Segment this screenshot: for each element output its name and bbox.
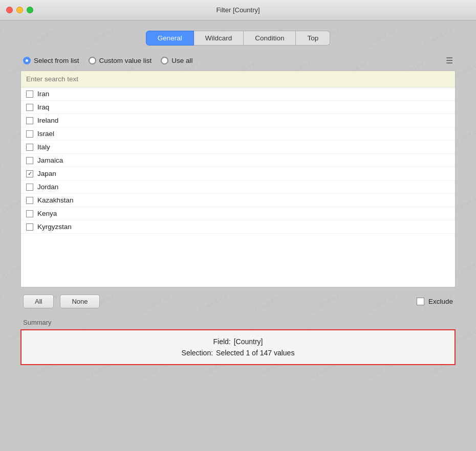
- list-item-label: Japan: [37, 170, 56, 177]
- list-item-label: Italy: [37, 143, 50, 151]
- exclude-checkbox[interactable]: [417, 298, 424, 305]
- window-title: Filter [Country]: [216, 6, 259, 14]
- country-list-box: IranIraqIrelandIsraelItalyJamaica✓JapanJ…: [20, 71, 456, 287]
- list-item-checkbox[interactable]: [26, 197, 33, 204]
- list-item-label: Kyrgyzstan: [37, 223, 72, 231]
- list-item-label: Iraq: [37, 103, 49, 111]
- search-input[interactable]: [21, 71, 455, 87]
- action-button-row: All None Exclude: [20, 295, 456, 308]
- list-item[interactable]: ✓Japan: [21, 167, 455, 181]
- list-item-checkbox[interactable]: [26, 223, 33, 231]
- list-item-checkbox[interactable]: [26, 157, 33, 164]
- list-item-checkbox[interactable]: [26, 184, 33, 191]
- list-item-label: Ireland: [37, 117, 58, 124]
- list-item-label: Kenya: [37, 210, 57, 217]
- menu-icon[interactable]: ☰: [446, 56, 453, 65]
- close-button[interactable]: [6, 7, 13, 13]
- radio-row: Select from list Custom value list Use a…: [20, 56, 456, 65]
- summary-selection-key: Selection:: [182, 349, 213, 357]
- list-item-label: Kazakhstan: [37, 196, 74, 204]
- exclude-row: Exclude: [417, 298, 453, 305]
- summary-selection-row: Selection:Selected 1 of 147 values: [32, 349, 444, 357]
- radio-label-use-all: Use all: [171, 57, 192, 64]
- radio-label-select-from-list: Select from list: [34, 57, 79, 64]
- tab-bar: General Wildcard Condition Top: [20, 31, 456, 46]
- tab-condition[interactable]: Condition: [244, 31, 296, 46]
- list-item-label: Jamaica: [37, 156, 63, 164]
- minimize-button[interactable]: [16, 7, 23, 13]
- radio-select-from-list[interactable]: Select from list: [23, 57, 79, 64]
- tab-wildcard[interactable]: Wildcard: [194, 31, 244, 46]
- list-item-checkbox[interactable]: [26, 91, 33, 98]
- radio-label-custom-value-list: Custom value list: [99, 57, 152, 64]
- list-item-checkbox[interactable]: [26, 144, 33, 151]
- traffic-lights: [6, 7, 33, 13]
- radio-circle-use-all: [161, 57, 168, 64]
- summary-field-val: [Country]: [234, 337, 263, 346]
- summary-field-row: Field:[Country]: [32, 337, 444, 346]
- list-item[interactable]: Jamaica: [21, 154, 455, 167]
- summary-box: Field:[Country] Selection:Selected 1 of …: [20, 329, 456, 365]
- list-item-checkbox[interactable]: ✓: [26, 170, 33, 177]
- list-item[interactable]: Italy: [21, 141, 455, 154]
- radio-circle-select-from-list: [23, 57, 31, 64]
- list-item-checkbox[interactable]: [26, 210, 33, 217]
- summary-field-key: Field:: [213, 337, 230, 346]
- filter-dialog: General Wildcard Condition Top Select fr…: [0, 31, 476, 380]
- maximize-button[interactable]: [27, 7, 33, 13]
- list-item-checkbox[interactable]: [26, 130, 33, 138]
- list-item[interactable]: Kyrgyzstan: [21, 220, 455, 234]
- exclude-label: Exclude: [428, 298, 453, 305]
- summary-label: Summary: [20, 319, 456, 326]
- summary-selection-val: Selected 1 of 147 values: [216, 349, 294, 357]
- none-button[interactable]: None: [60, 295, 99, 308]
- list-item[interactable]: Kazakhstan: [21, 194, 455, 207]
- all-button[interactable]: All: [23, 295, 54, 308]
- list-item[interactable]: Iraq: [21, 101, 455, 114]
- list-item-checkbox[interactable]: [26, 104, 33, 111]
- country-list-scroll[interactable]: IranIraqIrelandIsraelItalyJamaica✓JapanJ…: [21, 87, 455, 287]
- list-item[interactable]: Iran: [21, 87, 455, 101]
- title-bar: Filter [Country]: [0, 0, 476, 20]
- radio-custom-value-list[interactable]: Custom value list: [89, 57, 152, 64]
- list-item-label: Jordan: [37, 183, 58, 191]
- list-item[interactable]: Ireland: [21, 114, 455, 127]
- list-item-label: Iran: [37, 90, 49, 98]
- list-item[interactable]: Israel: [21, 127, 455, 141]
- tab-general[interactable]: General: [146, 31, 194, 46]
- radio-circle-custom-value-list: [89, 57, 96, 64]
- list-item[interactable]: Kenya: [21, 207, 455, 220]
- list-item[interactable]: Jordan: [21, 181, 455, 194]
- tab-top[interactable]: Top: [296, 31, 330, 46]
- list-item-checkbox[interactable]: [26, 117, 33, 124]
- list-item-label: Israel: [37, 130, 54, 138]
- radio-use-all[interactable]: Use all: [161, 57, 192, 64]
